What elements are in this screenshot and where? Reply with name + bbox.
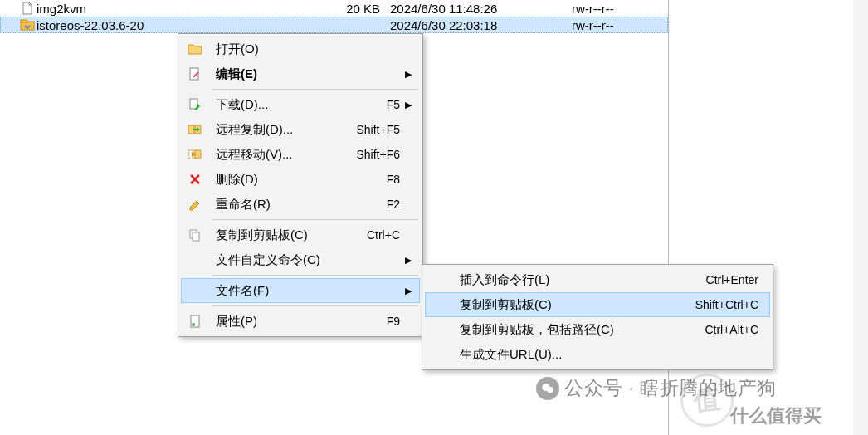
- menu-label: 文件名(F): [216, 283, 403, 299]
- file-date: 2024/6/30 11:48:26: [385, 2, 563, 16]
- package-icon: [18, 17, 37, 32]
- remote-move-icon: [186, 145, 204, 164]
- svg-point-11: [192, 323, 195, 326]
- svg-rect-9: [193, 232, 199, 241]
- properties-icon: [186, 312, 204, 330]
- context-menu: 打开(O) 编辑(E) ▶ 下载(D)... F5 ▶ 远程复制(D)... S…: [178, 33, 423, 337]
- submenu-shortcut: Ctrl+Alt+C: [705, 323, 758, 336]
- file-row[interactable]: img2kvm 20 KB 2024/6/30 11:48:26 rw-r--r…: [0, 0, 668, 17]
- scroll-track[interactable]: [853, 15, 868, 420]
- svg-rect-7: [195, 150, 201, 159]
- svg-point-13: [547, 386, 553, 393]
- menu-separator: [212, 89, 418, 90]
- vertical-scrollbar[interactable]: [853, 0, 868, 435]
- file-perm: rw-r--r--: [563, 2, 646, 16]
- watermark-line1: 公众号 · 瞎折腾的地产狗: [536, 375, 777, 401]
- menu-label: 文件自定义命令(C): [216, 252, 403, 268]
- filename-icon: [186, 281, 204, 300]
- submenu-label: 复制到剪贴板，包括路径(C): [460, 322, 705, 338]
- scroll-up-button[interactable]: [853, 0, 868, 15]
- submenu-arrow-icon: ▶: [403, 100, 412, 110]
- menu-remote-copy[interactable]: 远程复制(D)... Shift+F5: [181, 117, 420, 142]
- menu-remote-move[interactable]: 远程移动(V)... Shift+F6: [181, 142, 420, 167]
- svg-rect-1: [21, 20, 27, 22]
- menu-separator: [212, 305, 418, 306]
- menu-download[interactable]: 下载(D)... F5 ▶: [181, 92, 420, 117]
- submenu-generate-url[interactable]: 生成文件URL(U)...: [425, 342, 770, 367]
- menu-label: 属性(P): [216, 314, 387, 330]
- edit-icon: [186, 65, 204, 83]
- menu-delete[interactable]: 删除(D) F8: [181, 167, 420, 192]
- submenu-arrow-icon: ▶: [403, 286, 412, 296]
- watermark-line2: 什么值得买: [730, 403, 822, 428]
- menu-label: 打开(O): [216, 42, 403, 57]
- submenu-shortcut: Shift+Ctrl+C: [695, 298, 758, 311]
- file-row[interactable]: istoreos-22.03.6-20 2024/6/30 22:03:18 r…: [0, 17, 668, 33]
- menu-label: 删除(D): [216, 172, 387, 188]
- delete-icon: [186, 170, 204, 188]
- watermark-text: 公众号 · 瞎折腾的地产狗: [564, 375, 777, 401]
- menu-edit[interactable]: 编辑(E) ▶: [181, 61, 420, 86]
- menu-separator: [212, 275, 418, 276]
- submenu-insert-cmdline[interactable]: 插入到命令行(L) Ctrl+Enter: [425, 267, 770, 292]
- custom-cmd-icon: [186, 251, 204, 269]
- menu-separator: [212, 219, 418, 220]
- menu-shortcut: F2: [387, 198, 400, 211]
- submenu-label: 插入到命令行(L): [460, 272, 706, 288]
- folder-open-icon: [186, 40, 204, 58]
- filename-submenu: 插入到命令行(L) Ctrl+Enter 复制到剪贴板(C) Shift+Ctr…: [422, 264, 773, 370]
- file-size: 20 KB: [310, 2, 385, 16]
- menu-label: 远程复制(D)...: [216, 122, 356, 138]
- submenu-label: 生成文件URL(U)...: [460, 347, 758, 363]
- submenu-label: 复制到剪贴板(C): [460, 297, 695, 313]
- file-name: img2kvm: [37, 2, 310, 16]
- menu-open[interactable]: 打开(O): [181, 37, 420, 61]
- remote-copy-icon: [186, 120, 204, 139]
- submenu-shortcut: Ctrl+Enter: [706, 273, 758, 286]
- scroll-down-button[interactable]: [853, 420, 868, 435]
- menu-rename[interactable]: 重命名(R) F2: [181, 192, 420, 217]
- menu-label: 远程移动(V)...: [216, 147, 356, 163]
- menu-custom-command[interactable]: 文件自定义命令(C) ▶: [181, 247, 420, 272]
- submenu-arrow-icon: ▶: [403, 69, 412, 80]
- copy-icon: [186, 226, 204, 244]
- watermark-text: 什么值得买: [730, 403, 822, 428]
- menu-label: 编辑(E): [216, 66, 403, 82]
- menu-shortcut: Shift+F6: [356, 148, 400, 161]
- submenu-copy-with-path[interactable]: 复制到剪贴板，包括路径(C) Ctrl+Alt+C: [425, 317, 770, 342]
- menu-shortcut: F5: [387, 98, 400, 111]
- menu-label: 复制到剪贴板(C): [216, 227, 367, 243]
- menu-shortcut: F9: [387, 315, 400, 328]
- menu-label: 下载(D)...: [216, 97, 387, 113]
- menu-properties[interactable]: 属性(P) F9: [181, 309, 420, 334]
- file-perm: rw-r--r--: [563, 18, 646, 32]
- rename-icon: [186, 195, 204, 213]
- file-name: istoreos-22.03.6-20: [37, 18, 310, 32]
- wechat-icon: [536, 377, 559, 400]
- submenu-copy-clipboard[interactable]: 复制到剪贴板(C) Shift+Ctrl+C: [425, 292, 770, 317]
- menu-shortcut: Ctrl+C: [367, 228, 400, 242]
- file-icon: [18, 1, 37, 16]
- menu-shortcut: Shift+F5: [356, 123, 400, 136]
- menu-copy-clipboard[interactable]: 复制到剪贴板(C) Ctrl+C: [181, 222, 420, 247]
- download-icon: [186, 95, 204, 114]
- file-date: 2024/6/30 22:03:18: [385, 18, 563, 32]
- menu-label: 重命名(R): [216, 197, 387, 213]
- submenu-arrow-icon: ▶: [403, 255, 412, 266]
- menu-filename[interactable]: 文件名(F) ▶: [181, 278, 420, 303]
- menu-shortcut: F8: [387, 173, 400, 186]
